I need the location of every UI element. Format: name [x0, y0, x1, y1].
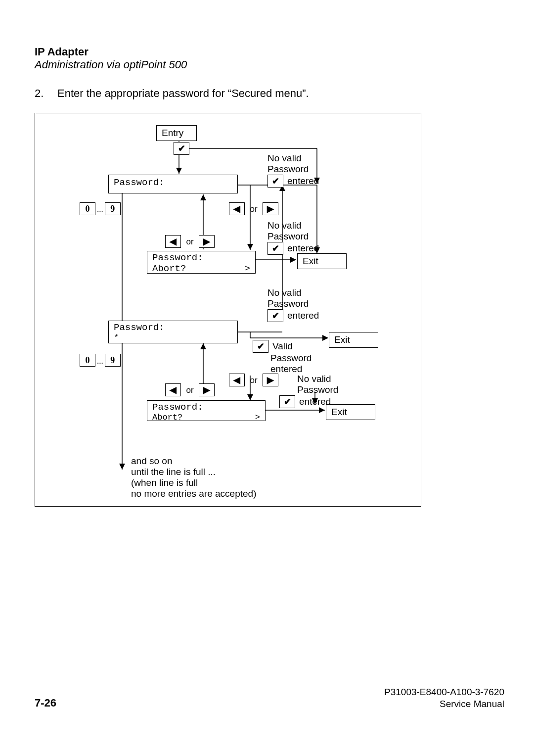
doc-manual: Service Manual: [440, 699, 504, 709]
digits-range-1: 0...9: [80, 202, 121, 215]
left-arrow-icon: ◀: [165, 383, 181, 396]
right-arrow-icon: ▶: [199, 235, 215, 248]
check-icon: ✔: [253, 340, 268, 353]
no-valid-2: No valid Password ✔entered: [267, 220, 319, 255]
exit-box-3: Exit: [326, 404, 375, 420]
check-icon: ✔: [174, 142, 189, 155]
page-subtitle: Administration via optiPoint 500: [35, 58, 187, 71]
diagram: Entry ✔ No valid Password ✔entered Passw…: [35, 113, 421, 507]
entry-label: Entry: [162, 128, 183, 138]
exit-box-2: Exit: [329, 332, 378, 348]
no-valid-1: No valid Password ✔entered: [267, 153, 319, 188]
check-icon: ✔: [267, 175, 283, 188]
page-title: IP Adapter: [35, 46, 89, 58]
step-number: 2.: [35, 87, 57, 100]
nav-or-1: ◀ or ▶: [229, 202, 278, 215]
step-text: 2.Enter the appropriate password for “Se…: [35, 87, 309, 100]
step-body: Enter the appropriate password for “Secu…: [57, 87, 309, 99]
key-0: 0: [80, 202, 95, 215]
no-valid-3: No valid Password ✔entered: [267, 287, 319, 322]
password-box-1: Password:: [108, 175, 238, 193]
left-arrow-icon: ◀: [165, 235, 181, 248]
key-9: 9: [105, 354, 121, 367]
left-arrow-icon: ◀: [229, 374, 245, 386]
key-9: 9: [105, 202, 121, 215]
abort-box-2: Password: Abort?>: [147, 400, 266, 421]
check-icon: ✔: [267, 309, 283, 322]
digits-range-2: 0...9: [80, 354, 121, 367]
password-box-2: Password: *: [108, 321, 238, 343]
abort-box-1: Password: Abort?>: [147, 251, 256, 274]
left-arrow-icon: ◀: [229, 202, 245, 215]
nav-or-4: ◀ or ▶: [165, 383, 215, 396]
no-valid-4: No valid Password ✔entered: [297, 374, 338, 408]
key-0: 0: [80, 354, 95, 367]
exit-box-1: Exit: [297, 253, 347, 269]
entry-box: Entry: [156, 125, 197, 141]
doc-number: P31003-E8400-A100-3-7620: [384, 687, 504, 698]
nav-or-2: ◀ or ▶: [165, 235, 215, 248]
flow-lines: [35, 113, 421, 506]
check-icon: ✔: [267, 242, 283, 255]
right-arrow-icon: ▶: [199, 383, 215, 396]
nav-or-3: ◀ or ▶: [229, 374, 278, 386]
page: IP Adapter Administration via optiPoint …: [0, 0, 534, 756]
right-arrow-icon: ▶: [263, 374, 278, 386]
valid-password: ✔Valid Password entered: [253, 340, 312, 375]
page-number: 7-26: [35, 697, 56, 709]
right-arrow-icon: ▶: [263, 202, 278, 215]
check-icon: ✔: [279, 395, 295, 408]
note-text: and so on until the line is full ... (wh…: [131, 456, 256, 499]
